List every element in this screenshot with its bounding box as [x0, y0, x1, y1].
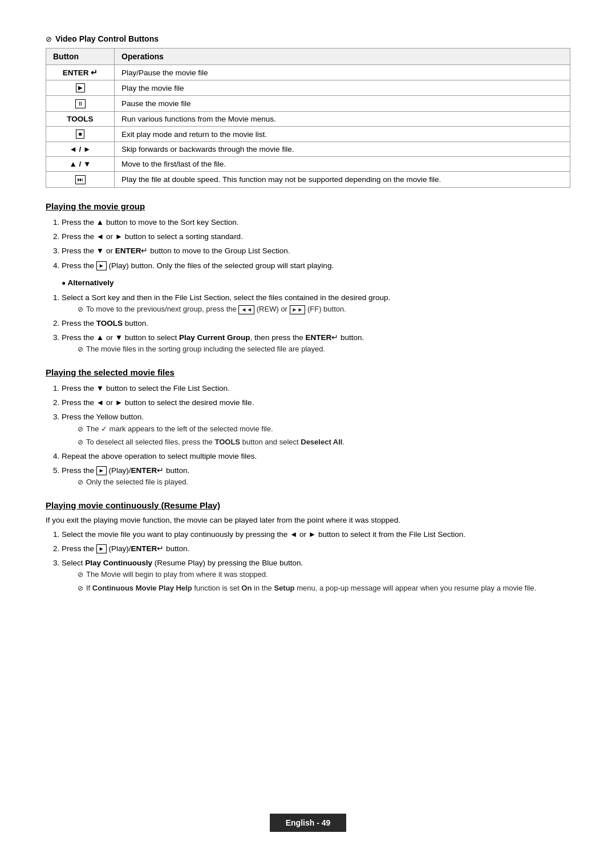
list-item: Press the ▼ button to select the File Li… — [62, 383, 570, 394]
list-item: Select a Sort key and then in the File L… — [62, 292, 570, 315]
table-row: ENTER ↵ Play/Pause the movie file — [46, 65, 570, 80]
table-row: ◄ / ► Skip forwards or backwards through… — [46, 142, 570, 157]
table-cell-button: TOOLS — [46, 111, 115, 126]
table-cell-button: ▶ — [46, 80, 115, 96]
movie-group-steps: Press the ▲ button to move to the Sort k… — [62, 217, 570, 272]
list-item: Press the ◄ or ► button to select a sort… — [62, 231, 570, 242]
list-item: Press the ▲ button to move to the Sort k… — [62, 217, 570, 228]
note-line: ⊘ The Movie will begin to play from wher… — [78, 569, 570, 580]
list-item: Press the ► (Play) button. Only the file… — [62, 260, 570, 272]
note-text: The ✓ mark appears to the left of the se… — [86, 423, 273, 435]
table-header-button: Button — [46, 48, 115, 65]
table-cell-operation: Play/Pause the movie file — [115, 65, 570, 80]
alternatively-label-list: Alternatively — [62, 277, 570, 289]
table-cell-operation: Play the file at double speed. This func… — [115, 172, 570, 187]
table-cell-operation: Pause the movie file — [115, 96, 570, 111]
note-text: To deselect all selected files, press th… — [86, 436, 345, 448]
note-icon: ⊘ — [78, 477, 83, 487]
note-icon: ⊘ — [78, 583, 83, 593]
table-cell-operation: Exit play mode and return to the movie l… — [115, 126, 570, 142]
note-icon: ⊘ — [46, 35, 52, 43]
section-heading-movie-group: Playing the movie group — [46, 201, 570, 211]
list-item: Press the Yellow button. ⊘ The ✓ mark ap… — [62, 411, 570, 447]
list-item: Press the ▼ or ENTER↵ button to move to … — [62, 245, 570, 257]
table-row: ▲ / ▼ Move to the first/last of the file… — [46, 157, 570, 172]
note-text: The movie files in the sorting group inc… — [86, 343, 325, 355]
list-item: Repeat the above operation to select mul… — [62, 451, 570, 462]
table-cell-button: ⏭ — [46, 172, 115, 187]
section-heading-selected-files: Playing the selected movie files — [46, 367, 570, 377]
alternatively-steps: Select a Sort key and then in the File L… — [62, 292, 570, 355]
list-item: Press the ◄ or ► button to select the de… — [62, 397, 570, 409]
table-row: ■ Exit play mode and return to the movie… — [46, 126, 570, 142]
page-content: ⊘ Video Play Control Buttons Button Oper… — [0, 0, 616, 656]
table-header-operations: Operations — [115, 48, 570, 65]
table-row: ⏸ Pause the movie file — [46, 96, 570, 111]
table-cell-button: ■ — [46, 126, 115, 142]
table-row: ▶ Play the movie file — [46, 80, 570, 96]
table-row: ⏭ Play the file at double speed. This fu… — [46, 172, 570, 187]
section-heading-resume-play: Playing movie continuously (Resume Play) — [46, 500, 570, 510]
note-text: To move to the previous/next group, pres… — [86, 304, 346, 315]
table-cell-operation: Move to the first/last of the file. — [115, 157, 570, 172]
page-footer: English - 49 — [0, 814, 616, 832]
note-line: ⊘ Only the selected file is played. — [78, 476, 570, 488]
note-icon: ⊘ — [78, 304, 83, 314]
selected-files-steps: Press the ▼ button to select the File Li… — [62, 383, 570, 488]
list-item: Press the ► (Play)/ENTER↵ button. ⊘ Only… — [62, 465, 570, 488]
note-line: ⊘ If Continuous Movie Play Help function… — [78, 583, 570, 594]
table-cell-button: ⏸ — [46, 96, 115, 111]
list-item: Select the movie file you want to play c… — [62, 529, 570, 540]
resume-play-steps: Select the movie file you want to play c… — [62, 529, 570, 594]
note-line: ⊘ The movie files in the sorting group i… — [78, 343, 570, 355]
table-cell-button: ▲ / ▼ — [46, 157, 115, 172]
note-icon: ⊘ — [78, 424, 83, 434]
video-control-table: Button Operations ENTER ↵ Play/Pause the… — [46, 48, 570, 188]
table-row: TOOLS Run various functions from the Mov… — [46, 111, 570, 126]
table-cell-operation: Run various functions from the Movie men… — [115, 111, 570, 126]
table-title: Video Play Control Buttons — [55, 34, 159, 43]
note-icon: ⊘ — [78, 344, 83, 354]
table-section-header: ⊘ Video Play Control Buttons — [46, 34, 570, 43]
table-cell-operation: Skip forwards or backwards through the m… — [115, 142, 570, 157]
note-text: If Continuous Movie Play Help function i… — [86, 583, 536, 594]
note-line: ⊘ The ✓ mark appears to the left of the … — [78, 423, 570, 435]
list-item: Press the ▲ or ▼ button to select Play C… — [62, 332, 570, 355]
table-cell-button: ENTER ↵ — [46, 65, 115, 80]
list-item: Alternatively — [62, 277, 570, 289]
table-cell-button: ◄ / ► — [46, 142, 115, 157]
note-icon: ⊘ — [78, 569, 83, 580]
note-line: ⊘ To deselect all selected files, press … — [78, 436, 570, 448]
note-line: ⊘ To move to the previous/next group, pr… — [78, 304, 570, 315]
table-cell-operation: Play the movie file — [115, 80, 570, 96]
resume-play-intro: If you exit the playing movie function, … — [46, 516, 570, 524]
note-icon: ⊘ — [78, 437, 83, 447]
note-text: The Movie will begin to play from where … — [86, 569, 268, 580]
list-item: Press the TOOLS button. — [62, 318, 570, 329]
page-number: English - 49 — [270, 814, 347, 832]
list-item: Press the ► (Play)/ENTER↵ button. — [62, 543, 570, 555]
list-item: Select Play Continuously (Resume Play) b… — [62, 557, 570, 593]
note-text: Only the selected file is played. — [86, 476, 188, 488]
